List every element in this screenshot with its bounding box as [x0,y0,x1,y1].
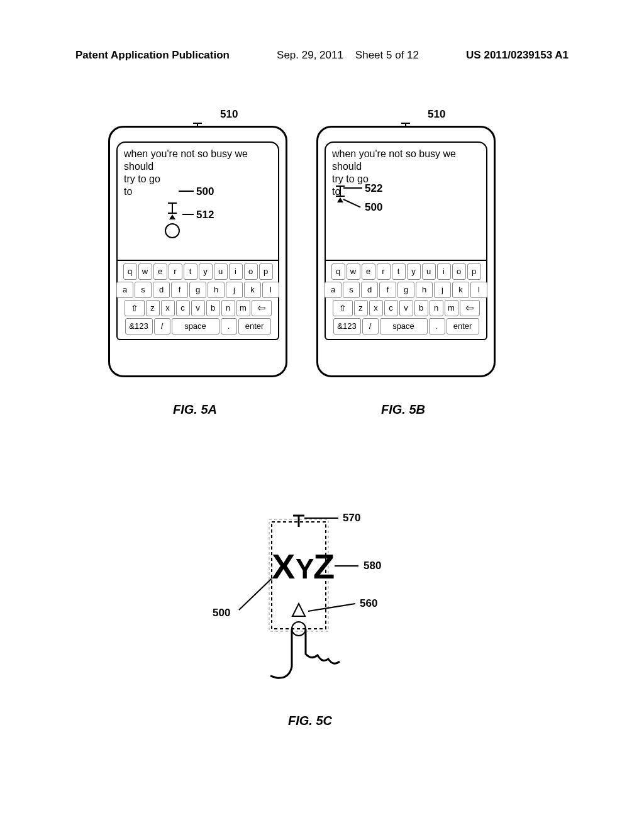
key-y[interactable]: y [199,263,213,280]
ref-570: 570 [343,512,360,524]
text-line: should [332,160,480,173]
key-k[interactable]: k [244,282,261,298]
key-o[interactable]: o [244,263,258,280]
key-l[interactable]: l [470,282,487,298]
key-q[interactable]: q [123,263,137,280]
page-header: Patent Application Publication Sep. 29, … [0,49,644,62]
key-f[interactable]: f [171,282,188,298]
key-e[interactable]: e [153,263,167,280]
key-h[interactable]: h [208,282,225,298]
figure-5c: X Y Z 500 570 580 560 [226,509,421,711]
key-a[interactable]: a [116,282,133,298]
key-dot[interactable]: . [429,318,445,335]
key-space[interactable]: space [380,318,428,335]
text-line: try to go [124,173,272,185]
krow3: z x c v b n m [327,300,485,316]
key-d[interactable]: d [361,282,378,298]
key-p[interactable]: p [259,263,273,280]
ref-522: 522 [365,182,382,195]
krow1: q w e r t y u i o p [327,263,485,280]
key-u[interactable]: u [422,263,436,280]
key-d[interactable]: d [153,282,170,298]
header-sheet: Sheet 5 of 12 [355,49,419,61]
ref-500-b: 500 [365,201,382,214]
key-i[interactable]: i [437,263,451,280]
key-slash[interactable]: / [362,318,379,335]
ref-510-b: 510 [428,108,445,121]
ref-560: 560 [360,597,377,610]
svg-line-9 [239,578,272,610]
krow2: a s d f g h j k l [327,282,485,298]
header-mid: Sep. 29, 2011 Sheet 5 of 12 [277,49,419,62]
key-backspace[interactable] [252,300,272,316]
key-a[interactable]: a [325,282,341,298]
text-area-a[interactable]: when you're not so busy we should try to… [116,141,279,261]
svg-line-12 [308,604,355,611]
keyboard-b: q w e r t y u i o p a s d f g h j k l z … [325,261,487,340]
figure-label-5a: FIG. 5A [173,402,217,417]
key-numbers[interactable]: &123 [125,318,153,335]
key-c[interactable]: c [176,300,190,316]
ref-500-a: 500 [196,185,214,198]
key-f[interactable]: f [379,282,396,298]
leader-500-a [179,191,194,192]
key-b[interactable]: b [206,300,220,316]
key-r[interactable]: r [169,263,182,280]
key-n[interactable]: n [430,300,443,316]
key-o[interactable]: o [452,263,466,280]
ref-500-c: 500 [213,607,230,619]
key-enter[interactable]: enter [238,318,271,335]
key-j[interactable]: j [226,282,243,298]
krow2: a s d f g h j k l [119,282,277,298]
key-slash[interactable]: / [154,318,170,335]
key-shift[interactable] [125,300,145,316]
header-pubnum: US 2011/0239153 A1 [466,49,569,62]
header-date: Sep. 29, 2011 [277,49,343,61]
key-i[interactable]: i [229,263,243,280]
key-u[interactable]: u [214,263,228,280]
key-w[interactable]: w [347,263,360,280]
key-enter[interactable]: enter [447,318,479,335]
key-space[interactable]: space [172,318,219,335]
key-t[interactable]: t [184,263,197,280]
key-c[interactable]: c [384,300,398,316]
key-g[interactable]: g [397,282,414,298]
ref-512: 512 [196,209,214,221]
ref-510-a: 510 [220,108,238,121]
key-l[interactable]: l [262,282,279,298]
device-fig5a: when you're not so busy we should try to… [108,126,287,377]
key-m[interactable]: m [445,300,458,316]
key-dot[interactable]: . [221,318,237,335]
key-backspace[interactable] [460,300,480,316]
key-n[interactable]: n [221,300,235,316]
key-z[interactable]: z [146,300,160,316]
svg-text:X: X [272,546,295,586]
key-p[interactable]: p [467,263,481,280]
key-m[interactable]: m [236,300,250,316]
krow3: z x c v b n m [119,300,277,316]
key-q[interactable]: q [331,263,345,280]
key-g[interactable]: g [189,282,206,298]
key-y[interactable]: y [407,263,421,280]
key-shift[interactable] [333,300,353,316]
key-s[interactable]: s [135,282,152,298]
key-r[interactable]: r [377,263,391,280]
key-e[interactable]: e [362,263,375,280]
key-numbers[interactable]: &123 [333,318,361,335]
keyboard-a: q w e r t y u i o p a s d f g h j k l z … [116,261,279,340]
text-line: when you're not so busy we [332,148,480,160]
key-w[interactable]: w [138,263,152,280]
key-z[interactable]: z [354,300,368,316]
key-j[interactable]: j [434,282,451,298]
key-h[interactable]: h [416,282,433,298]
key-s[interactable]: s [343,282,360,298]
text-cursor[interactable] [168,202,177,214]
key-x[interactable]: x [369,300,383,316]
key-v[interactable]: v [399,300,413,316]
key-t[interactable]: t [392,263,406,280]
key-x[interactable]: x [161,300,175,316]
leader-522 [343,187,362,189]
key-k[interactable]: k [452,282,469,298]
key-v[interactable]: v [191,300,205,316]
key-b[interactable]: b [414,300,428,316]
